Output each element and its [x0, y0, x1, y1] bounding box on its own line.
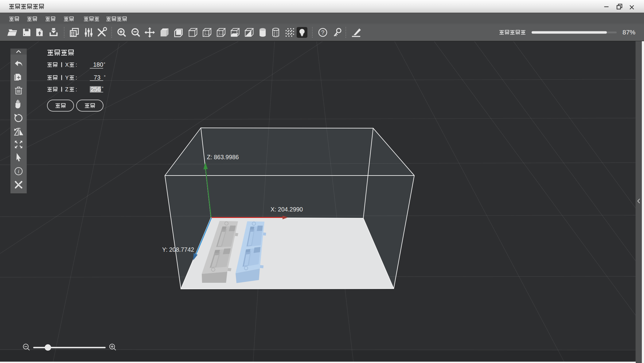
svg-text:°: °	[103, 61, 105, 66]
svg-text:°: °	[104, 74, 106, 79]
svg-text::: :	[76, 62, 77, 68]
svg-text:°: °	[102, 85, 103, 91]
svg-text:X: X	[65, 62, 69, 68]
svg-text:X: 204.2990: X: 204.2990	[271, 206, 303, 213]
svg-text:73: 73	[94, 74, 100, 81]
svg-text:?: ?	[321, 29, 325, 36]
svg-text:Y: Y	[65, 75, 69, 81]
svg-text:87%: 87%	[623, 29, 635, 36]
svg-text:Y: 208.7742: Y: 208.7742	[162, 246, 194, 253]
svg-text::: :	[76, 75, 77, 81]
svg-text:Z: 863.9986: Z: 863.9986	[207, 154, 239, 160]
svg-text:256: 256	[91, 86, 101, 93]
svg-text:Z: Z	[65, 86, 68, 93]
svg-text:i: i	[18, 169, 19, 174]
svg-text:180: 180	[93, 61, 103, 68]
svg-text::: :	[76, 86, 77, 93]
